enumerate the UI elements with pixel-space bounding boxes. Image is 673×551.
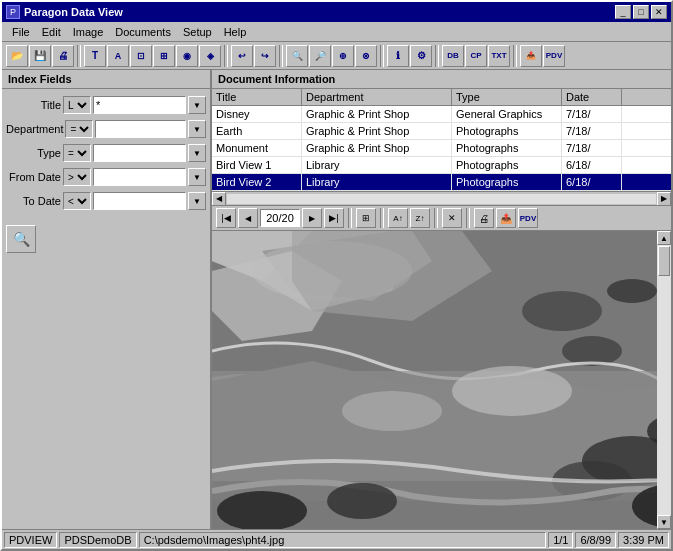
app-icon: P [6,5,20,19]
nav-bar: |◀ ◀ 20/20 ▶ ▶| ⊞ A↑ Z↑ ✕ 🖨 📤 PDV [212,205,671,231]
search-button[interactable]: 🔍 [6,225,36,253]
tb-annot-button[interactable]: A [107,45,129,67]
nav-next-btn[interactable]: ▶ [302,208,322,228]
menu-setup[interactable]: Setup [177,24,218,40]
tb-open-button[interactable]: 📂 [6,45,28,67]
menu-image[interactable]: Image [67,24,110,40]
tb-zoom-reset-button[interactable]: ⊗ [355,45,377,67]
from-date-input[interactable] [93,168,186,186]
nav-pdv-btn[interactable]: PDV [518,208,538,228]
table-row[interactable]: Earth Graphic & Print Shop Photographs 7… [212,123,671,140]
type-op-select[interactable]: =Lik>< [63,144,91,162]
aerial-svg [212,231,657,529]
tb-txt-button[interactable]: TXT [488,45,510,67]
nav-sort-az-btn[interactable]: A↑ [388,208,408,228]
tb-undo-button[interactable]: ↩ [231,45,253,67]
title-row: Title Lik=>< ▼ [6,95,206,115]
doc-panel-title: Document Information [212,70,671,89]
svg-point-13 [342,391,442,431]
table-row[interactable]: Monument Graphic & Print Shop Photograph… [212,140,671,157]
tb-redo-button[interactable]: ↪ [254,45,276,67]
tb-cp-button[interactable]: CP [465,45,487,67]
tb-zoom-out-button[interactable]: 🔎 [309,45,331,67]
type-dropdown-btn[interactable]: ▼ [188,144,206,162]
tb-pdv-button[interactable]: PDV [543,45,565,67]
tb-diamond-button[interactable]: ◈ [199,45,221,67]
tb-view1-button[interactable]: ⊡ [130,45,152,67]
table-row[interactable]: Bird View 1 Library Photographs 6/18/ [212,157,671,174]
v-scroll-track[interactable] [657,245,671,515]
dept-label: Department [6,123,63,135]
v-scroll-thumb[interactable] [658,246,670,276]
from-date-row: From Date >=Lik< ▼ [6,167,206,187]
dept-input[interactable] [95,120,186,138]
nav-first-btn[interactable]: |◀ [216,208,236,228]
table-row[interactable]: Bird View 2 Library Photographs 6/18/ [212,174,671,191]
main-content: Index Fields Title Lik=>< ▼ Department =… [2,70,671,529]
h-scroll-track[interactable] [227,194,656,204]
tb-zoom-fit-button[interactable]: ⊕ [332,45,354,67]
search-btn-area: 🔍 [2,217,210,261]
tb-save-button[interactable]: 💾 [29,45,51,67]
tb-export-button[interactable]: 📤 [520,45,542,67]
from-date-dropdown-btn[interactable]: ▼ [188,168,206,186]
table-row[interactable]: Disney Graphic & Print Shop General Grap… [212,106,671,123]
scroll-left-btn[interactable]: ◀ [212,192,226,206]
tb-db1-button[interactable]: DB [442,45,464,67]
title-input[interactable] [93,96,186,114]
menu-documents[interactable]: Documents [109,24,177,40]
nav-grid-btn[interactable]: ⊞ [356,208,376,228]
cell-dept: Graphic & Print Shop [302,123,452,139]
tb-info-button[interactable]: ℹ [387,45,409,67]
cell-type: Photographs [452,123,562,139]
svg-point-9 [562,336,622,366]
col-header-title: Title [212,89,302,105]
menu-edit[interactable]: Edit [36,24,67,40]
tb-gear-button[interactable]: ⚙ [410,45,432,67]
maximize-button[interactable]: □ [633,5,649,19]
nav-prev-btn[interactable]: ◀ [238,208,258,228]
status-time: 3:39 PM [618,532,669,548]
nav-counter: 20/20 [260,209,300,227]
nav-export-btn[interactable]: 📤 [496,208,516,228]
dept-dropdown-btn[interactable]: ▼ [188,120,206,138]
status-page: 1/1 [548,532,573,548]
menu-help[interactable]: Help [218,24,253,40]
v-scrollbar: ▲ ▼ [657,231,671,529]
tb-text-button[interactable]: T [84,45,106,67]
cell-title: Disney [212,106,302,122]
tb-print-button[interactable]: 🖨 [52,45,74,67]
nav-delete-btn[interactable]: ✕ [442,208,462,228]
nav-sort-za-btn[interactable]: Z↑ [410,208,430,228]
close-button[interactable]: ✕ [651,5,667,19]
to-date-dropdown-btn[interactable]: ▼ [188,192,206,210]
svg-point-12 [452,366,572,416]
cell-date: 7/18/ [562,106,622,122]
cell-dept: Library [302,174,452,190]
to-date-input[interactable] [93,192,186,210]
h-scrollbar: ◀ ▶ [212,191,671,205]
minimize-button[interactable]: _ [615,5,631,19]
scroll-right-btn[interactable]: ▶ [657,192,671,206]
from-date-op-select[interactable]: >=Lik< [63,168,91,186]
tb-circle-button[interactable]: ◉ [176,45,198,67]
title-label: Title [6,99,61,111]
title-dropdown-btn[interactable]: ▼ [188,96,206,114]
title-op-select[interactable]: Lik=>< [63,96,91,114]
nav-last-btn[interactable]: ▶| [324,208,344,228]
svg-point-19 [327,483,397,519]
to-date-label: To Date [6,195,61,207]
to-date-op-select[interactable]: <=Lik> [63,192,91,210]
cell-type: Photographs [452,157,562,173]
cell-title: Earth [212,123,302,139]
dept-op-select[interactable]: =Lik>< [65,120,93,138]
type-input[interactable] [93,144,186,162]
tb-zoom-in-button[interactable]: 🔍 [286,45,308,67]
v-scroll-up-btn[interactable]: ▲ [657,231,671,245]
status-pdview: PDVIEW [4,532,57,548]
nav-print-btn[interactable]: 🖨 [474,208,494,228]
menu-file[interactable]: File [6,24,36,40]
v-scroll-down-btn[interactable]: ▼ [657,515,671,529]
svg-point-8 [607,279,657,303]
tb-view2-button[interactable]: ⊞ [153,45,175,67]
